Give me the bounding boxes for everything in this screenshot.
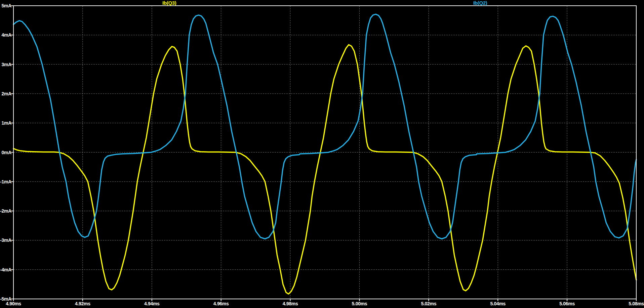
x-tick-label: 5.06ms [559, 301, 575, 306]
y-tick-label: 5mA [2, 3, 12, 8]
trace-label-ibq3[interactable]: Ib(Q3) [162, 0, 176, 5]
y-tick-label: -4mA [0, 267, 11, 272]
y-tick-label: 4mA [2, 32, 12, 38]
y-tick-label: -5mA [0, 296, 11, 302]
trace-label-ibq2[interactable]: Ib(Q2) [473, 0, 487, 5]
y-tick-label: 2mA [2, 91, 12, 96]
y-tick-label: 1mA [2, 120, 12, 126]
y-tick-label: 0mA [2, 150, 12, 155]
y-tick-label: -2mA [0, 208, 11, 214]
x-tick-label: 5.04ms [490, 301, 506, 306]
x-tick-label: 4.98ms [283, 301, 298, 306]
y-tick-label: -1mA [0, 179, 11, 184]
x-tick-label: 4.96ms [213, 301, 229, 306]
x-tick-label: 5.08ms [629, 301, 644, 306]
x-tick-label: 4.90ms [6, 301, 21, 306]
waveform-plot: 4.90ms4.92ms4.94ms4.96ms4.98ms5.00ms5.02… [0, 0, 644, 308]
x-tick-label: 5.02ms [421, 301, 436, 306]
waveform-viewer: 4.90ms4.92ms4.94ms4.96ms4.98ms5.00ms5.02… [0, 0, 644, 308]
x-tick-label: 4.92ms [75, 301, 90, 306]
y-tick-label: -3mA [0, 237, 11, 243]
x-tick-label: 4.94ms [144, 301, 160, 306]
y-tick-label: 3mA [2, 62, 12, 67]
x-tick-label: 5.00ms [352, 301, 367, 306]
